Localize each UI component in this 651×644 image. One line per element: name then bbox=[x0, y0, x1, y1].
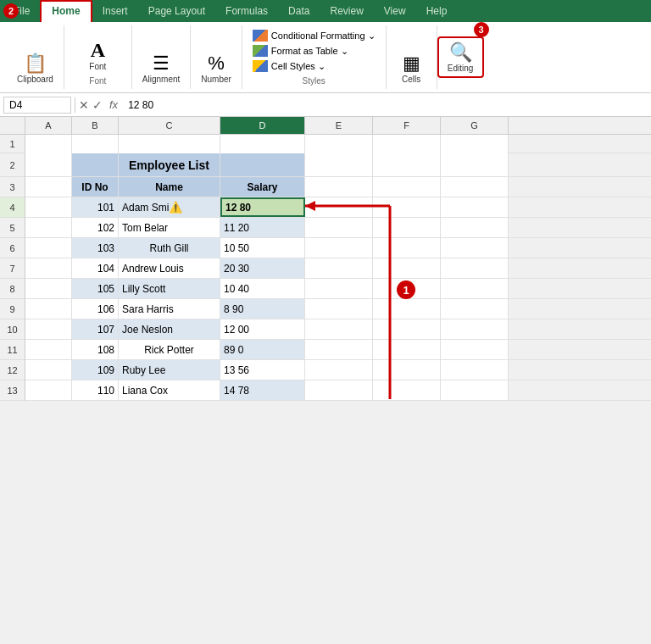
cell-e7[interactable] bbox=[305, 258, 373, 278]
cell-d4-selected[interactable]: 12 80 bbox=[220, 197, 305, 217]
cell-e5[interactable] bbox=[305, 218, 373, 237]
cell-g4[interactable] bbox=[441, 197, 509, 217]
cell-e11[interactable] bbox=[305, 340, 373, 359]
row-header-4[interactable]: 4 bbox=[0, 197, 25, 218]
cell-styles-button[interactable]: Cell Styles ⌄ bbox=[249, 59, 379, 73]
cell-a2[interactable] bbox=[25, 153, 72, 176]
cell-f13[interactable] bbox=[373, 380, 441, 400]
format-as-table-button[interactable]: Format as Table ⌄ bbox=[249, 44, 379, 58]
cell-g11[interactable] bbox=[441, 340, 509, 359]
row-header-8[interactable]: 8 bbox=[0, 279, 25, 299]
cell-e4[interactable] bbox=[305, 197, 373, 217]
cell-c11[interactable]: Rick Potter bbox=[119, 340, 220, 359]
cell-c5[interactable]: Tom Belar bbox=[119, 218, 220, 237]
cell-a3[interactable] bbox=[25, 177, 72, 197]
cell-c3-header[interactable]: Name bbox=[119, 177, 220, 197]
row-header-1[interactable]: 1 bbox=[0, 135, 25, 153]
cell-c12[interactable]: Ruby Lee bbox=[119, 360, 220, 380]
cell-b12[interactable]: 109 bbox=[72, 360, 119, 380]
cell-d13[interactable]: 14 78 bbox=[220, 380, 305, 400]
cell-e12[interactable] bbox=[305, 360, 373, 380]
cell-d6[interactable]: 10 50 bbox=[220, 238, 305, 258]
tab-insert[interactable]: Insert bbox=[92, 2, 138, 22]
cell-g7[interactable] bbox=[441, 258, 509, 278]
number-button[interactable]: % Number bbox=[198, 53, 235, 86]
cell-e3[interactable] bbox=[305, 177, 373, 197]
cell-d8[interactable]: 10 40 bbox=[220, 279, 305, 298]
tab-review[interactable]: Review bbox=[320, 2, 373, 22]
tab-view[interactable]: View bbox=[374, 2, 416, 22]
cancel-formula-icon[interactable]: ✕ bbox=[79, 98, 89, 112]
cell-g9[interactable] bbox=[441, 299, 509, 319]
cell-f6[interactable] bbox=[373, 238, 441, 258]
cell-c10[interactable]: Joe Neslon bbox=[119, 319, 220, 339]
conditional-formatting-button[interactable]: Conditional Formatting ⌄ bbox=[249, 29, 379, 42]
row-header-12[interactable]: 12 bbox=[0, 360, 25, 380]
clipboard-button[interactable]: 📋 Clipboard bbox=[14, 53, 57, 86]
cell-a12[interactable] bbox=[25, 360, 72, 380]
font-button[interactable]: A Font bbox=[81, 38, 114, 73]
confirm-formula-icon[interactable]: ✓ bbox=[92, 98, 103, 112]
col-header-f[interactable]: F bbox=[373, 117, 441, 134]
cell-f11[interactable] bbox=[373, 340, 441, 359]
formula-input[interactable] bbox=[125, 97, 648, 113]
cell-b5[interactable]: 102 bbox=[72, 218, 119, 237]
cell-f3[interactable] bbox=[373, 177, 441, 197]
cell-f8[interactable] bbox=[373, 279, 441, 298]
cell-f2[interactable] bbox=[373, 153, 441, 176]
cell-d12[interactable]: 13 56 bbox=[220, 360, 305, 380]
cell-b11[interactable]: 108 bbox=[72, 340, 119, 359]
cell-d5[interactable]: 11 20 bbox=[220, 218, 305, 237]
tab-formulas[interactable]: Formulas bbox=[215, 2, 278, 22]
cell-c1[interactable] bbox=[119, 135, 220, 153]
cell-e10[interactable] bbox=[305, 319, 373, 339]
cell-f7[interactable] bbox=[373, 258, 441, 278]
name-box[interactable]: D4 bbox=[3, 97, 71, 114]
cell-f4[interactable] bbox=[373, 197, 441, 217]
cell-a10[interactable] bbox=[25, 319, 72, 339]
tab-help[interactable]: Help bbox=[416, 2, 458, 22]
row-header-9[interactable]: 9 bbox=[0, 299, 25, 319]
cell-a7[interactable] bbox=[25, 258, 72, 278]
cell-a4[interactable] bbox=[25, 197, 72, 217]
cell-d10[interactable]: 12 00 bbox=[220, 319, 305, 339]
cell-g12[interactable] bbox=[441, 360, 509, 380]
cell-b4[interactable]: 101 bbox=[72, 197, 119, 217]
col-header-a[interactable]: A bbox=[25, 117, 72, 134]
cell-a11[interactable] bbox=[25, 340, 72, 359]
cell-c2-title[interactable]: Employee List bbox=[119, 153, 220, 176]
cell-d2[interactable] bbox=[220, 153, 305, 176]
cell-g13[interactable] bbox=[441, 380, 509, 400]
cell-a8[interactable] bbox=[25, 279, 72, 298]
cell-f1[interactable] bbox=[373, 135, 441, 153]
cell-e6[interactable] bbox=[305, 238, 373, 258]
cell-a1[interactable] bbox=[25, 135, 72, 153]
cell-b13[interactable]: 110 bbox=[72, 380, 119, 400]
cell-b2[interactable] bbox=[72, 153, 119, 176]
cell-f12[interactable] bbox=[373, 360, 441, 380]
cell-g10[interactable] bbox=[441, 319, 509, 339]
col-header-g[interactable]: G bbox=[441, 117, 509, 134]
cell-b9[interactable]: 106 bbox=[72, 299, 119, 319]
cell-g2[interactable] bbox=[441, 153, 509, 176]
cell-c7[interactable]: Andrew Louis bbox=[119, 258, 220, 278]
cell-d9[interactable]: 8 90 bbox=[220, 299, 305, 319]
cell-e9[interactable] bbox=[305, 299, 373, 319]
alignment-button[interactable]: ☰ Alignment bbox=[139, 53, 183, 86]
cell-f9[interactable] bbox=[373, 299, 441, 319]
row-header-10[interactable]: 10 bbox=[0, 319, 25, 340]
cell-b3-header[interactable]: ID No bbox=[72, 177, 119, 197]
cell-c4[interactable]: Adam Smi ⚠️ bbox=[119, 197, 220, 217]
cell-g3[interactable] bbox=[441, 177, 509, 197]
cell-c13[interactable]: Liana Cox bbox=[119, 380, 220, 400]
cell-e1[interactable] bbox=[305, 135, 373, 153]
cell-d3-header[interactable]: Salary bbox=[220, 177, 305, 197]
cell-c6[interactable]: Ruth Gill bbox=[119, 238, 220, 258]
cells-button[interactable]: ▦ Cells bbox=[394, 53, 428, 86]
col-header-c[interactable]: C bbox=[119, 117, 220, 134]
tab-data[interactable]: Data bbox=[278, 2, 320, 22]
cell-b7[interactable]: 104 bbox=[72, 258, 119, 278]
tab-page-layout[interactable]: Page Layout bbox=[138, 2, 215, 22]
editing-button[interactable]: 🔍 Editing bbox=[437, 36, 484, 78]
cell-g1[interactable] bbox=[441, 135, 509, 153]
